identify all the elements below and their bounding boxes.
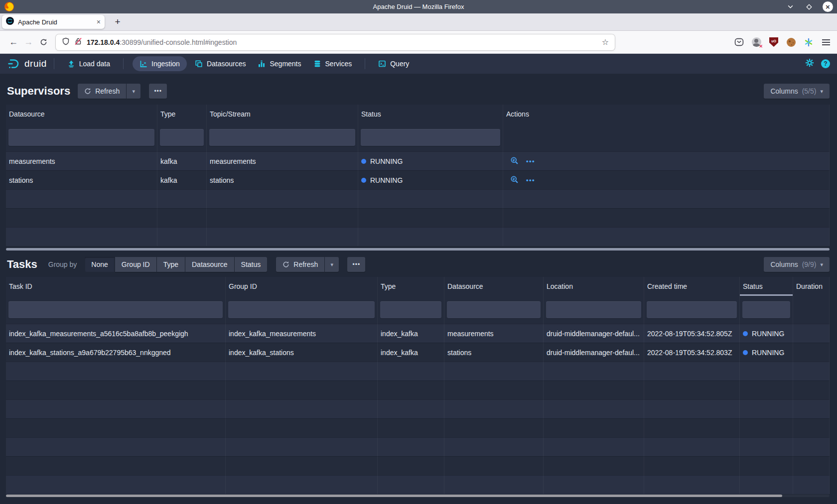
tasks-columns-button[interactable]: Columns (9/9) ▾ [764, 257, 830, 272]
tasks-refresh-button[interactable]: Refresh [276, 257, 324, 272]
empty-row [6, 189, 830, 208]
nav-services[interactable]: Services [307, 54, 358, 74]
empty-cell [503, 124, 830, 151]
supervisors-toolbar: Supervisors Refresh ▾ ••• Columns (5/5) … [7, 84, 830, 99]
empty-cell [644, 362, 740, 380]
column-header-task-id[interactable]: Task ID [6, 277, 226, 296]
toolbar-extensions: ✕ uO [734, 37, 831, 47]
tab-close-icon[interactable]: × [97, 18, 101, 26]
nav-segments[interactable]: Segments [252, 54, 307, 74]
column-header-type[interactable]: Type [378, 277, 444, 296]
row-actions-menu-icon[interactable]: ••• [526, 157, 535, 165]
browser-tab-bar: Apache Druid × + [0, 13, 837, 31]
menu-icon[interactable] [821, 37, 831, 47]
column-header-duration[interactable]: Duration [793, 277, 830, 296]
supervisors-refresh-dropdown[interactable]: ▾ [127, 84, 140, 99]
filter-datasource-input[interactable] [447, 301, 541, 318]
filter-datasource-input[interactable] [8, 129, 154, 146]
empty-cell [444, 399, 544, 418]
session-manager-icon[interactable] [804, 37, 814, 47]
insecure-lock-icon[interactable] [74, 37, 82, 47]
url-bar[interactable]: 172.18.0.4:30899/unified-console.html#in… [56, 34, 615, 50]
tasks-hscrollbar[interactable] [6, 495, 782, 497]
pocket-icon[interactable] [734, 37, 744, 47]
filter-task-id-input[interactable] [8, 301, 223, 318]
column-header-datasource[interactable]: Datasource [444, 277, 544, 296]
nav-load-data[interactable]: Load data [61, 54, 116, 74]
tasks-more-button[interactable]: ••• [347, 257, 365, 272]
url-host: 172.18.0.4 [87, 38, 120, 46]
empty-cell [644, 456, 740, 475]
refresh-icon [84, 88, 91, 95]
reload-button[interactable] [36, 38, 51, 46]
nav-query[interactable]: Query [372, 54, 415, 74]
inspect-magnifier-icon[interactable] [510, 156, 519, 166]
empty-cell [378, 362, 444, 380]
column-header-location[interactable]: Location [544, 277, 644, 296]
group-by-buttons: None Group ID Type Datasource Status [85, 257, 267, 272]
new-tab-button[interactable]: + [111, 16, 125, 27]
column-header-topic-stream[interactable]: Topic/Stream [207, 105, 358, 124]
account-icon[interactable]: ✕ [751, 37, 761, 47]
empty-cell [6, 380, 226, 399]
filter-status-input[interactable] [742, 301, 790, 318]
minimize-icon[interactable] [785, 1, 796, 12]
status-dot [361, 178, 366, 183]
shield-icon[interactable] [62, 37, 70, 47]
cell-datasource: stations [444, 343, 544, 362]
group-by-type[interactable]: Type [157, 257, 185, 272]
ublock-icon[interactable]: uO [769, 37, 779, 47]
tasks-refresh-dropdown[interactable]: ▾ [325, 257, 339, 272]
help-icon[interactable]: ? [821, 59, 830, 68]
filter-type-input[interactable] [380, 301, 441, 318]
empty-cell [740, 362, 793, 380]
cookie-icon[interactable] [786, 37, 796, 47]
browser-tab[interactable]: Apache Druid × [2, 15, 105, 29]
cell-datasource: measurements [444, 324, 544, 343]
supervisors-title: Supervisors [7, 85, 70, 98]
empty-cell [378, 380, 444, 399]
maximize-icon[interactable] [804, 1, 815, 12]
forward-button[interactable]: → [21, 37, 36, 47]
column-header-type[interactable]: Type [157, 105, 207, 124]
column-header-status[interactable]: Status [740, 277, 793, 296]
column-header-status[interactable]: Status [358, 105, 503, 124]
empty-cell [544, 456, 644, 475]
bookmark-star-icon[interactable]: ☆ [602, 37, 609, 47]
inspect-magnifier-icon[interactable] [510, 175, 519, 185]
group-by-group-id[interactable]: Group ID [115, 257, 156, 272]
group-by-none[interactable]: None [85, 257, 114, 272]
empty-cell [503, 189, 830, 208]
group-by-status[interactable]: Status [235, 257, 268, 272]
empty-cell [157, 227, 207, 246]
supervisors-hscrollbar[interactable] [6, 248, 830, 251]
firefox-window: Apache Druid — Mozilla Firefox × Apache … [0, 0, 837, 504]
cell-type: kafka [157, 151, 207, 170]
group-by-datasource[interactable]: Datasource [185, 257, 234, 272]
filter-topic-stream-input[interactable] [209, 129, 355, 146]
column-header-datasource[interactable]: Datasource [6, 105, 157, 124]
close-icon[interactable]: × [823, 1, 833, 12]
settings-gear-icon[interactable] [805, 58, 814, 69]
filter-type-input[interactable] [160, 129, 204, 146]
empty-cell [444, 475, 544, 494]
filter-location-input[interactable] [546, 301, 641, 318]
supervisor-row: measurements kafka measurements RUNNING … [6, 151, 830, 170]
empty-cell [793, 296, 830, 324]
supervisors-more-button[interactable]: ••• [149, 84, 167, 99]
filter-created-time-input[interactable] [647, 301, 737, 318]
column-header-actions: Actions [503, 105, 830, 124]
back-button[interactable]: ← [6, 37, 21, 47]
column-header-group-id[interactable]: Group ID [226, 277, 378, 296]
supervisors-table: Datasource Type Topic/Stream Status Acti… [6, 105, 830, 246]
tab-title: Apache Druid [18, 18, 93, 26]
filter-status-input[interactable] [361, 129, 500, 146]
column-header-created-time[interactable]: Created time [644, 277, 740, 296]
nav-datasources[interactable]: Datasources [189, 54, 252, 74]
supervisors-refresh-button[interactable]: Refresh [78, 84, 126, 99]
filter-group-id-input[interactable] [228, 301, 375, 318]
row-actions-menu-icon[interactable]: ••• [526, 176, 535, 184]
empty-cell [544, 380, 644, 399]
nav-ingestion[interactable]: Ingestion [133, 56, 187, 71]
supervisors-columns-button[interactable]: Columns (5/5) ▾ [764, 84, 830, 99]
